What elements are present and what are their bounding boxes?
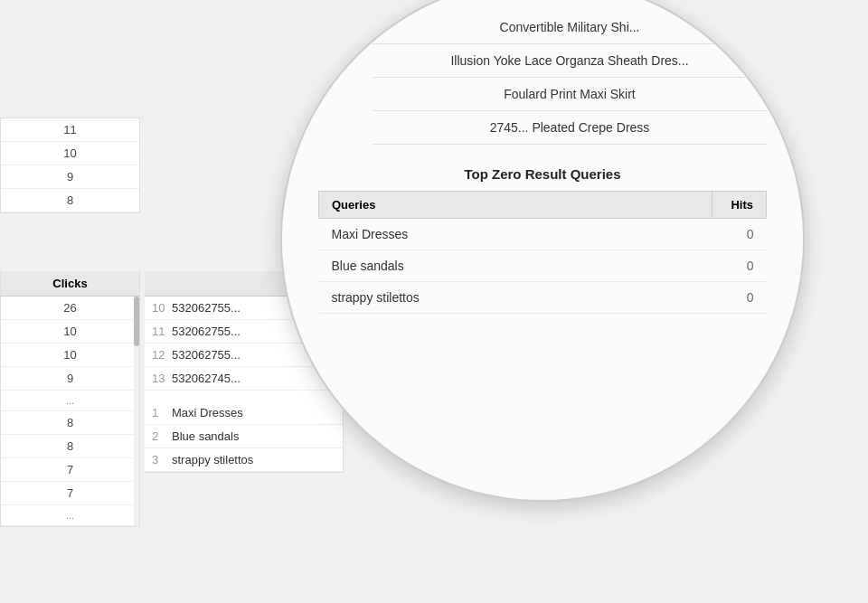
product-item: Illusion Yoke Lace Organza Sheath Dres..… (373, 44, 767, 78)
queries-header: Queries (319, 192, 712, 219)
bottom-list-row: 2 Blue sandals (145, 425, 343, 448)
scroll-thumb[interactable] (134, 297, 139, 346)
zero-result-row: strappy stilettos 0 (319, 282, 767, 314)
upper-num-row: 9 (1, 165, 139, 189)
zero-result-row: Blue sandals 0 (319, 250, 767, 282)
clicks-row: 10 (1, 320, 139, 344)
middle-row: 13 532062745... (145, 367, 343, 391)
hits-cell: 0 (712, 250, 767, 282)
query-cell: Maxi Dresses (319, 219, 712, 250)
clicks-panel: Clicks 26 10 10 9 ... 8 8 7 7 ... (0, 271, 140, 527)
clicks-row: 7 (1, 482, 139, 505)
query-cell: strappy stilettos (319, 282, 712, 314)
upper-numbers-panel: 11 10 9 8 (0, 118, 140, 213)
row-query: 532062755... (172, 348, 241, 362)
query-cell: Blue sandals (319, 250, 712, 282)
upper-num-row: 11 (1, 118, 139, 142)
product-item: 2745... Pleated Crepe Dress (373, 111, 767, 145)
product-item: Convertible Military Shi... (373, 11, 767, 44)
product-item: Foulard Print Maxi Skirt (373, 78, 767, 111)
hits-cell: 0 (712, 282, 767, 314)
row-query: 532062755... (172, 325, 241, 338)
scrollbar[interactable] (134, 297, 139, 526)
clicks-row: 7 (1, 458, 139, 482)
clicks-row: 26 (1, 297, 139, 320)
clicks-row: ... (1, 505, 139, 526)
zero-result-section: Top Zero Result Queries Queries Hits Max… (282, 145, 803, 323)
bottom-list-row: 1 Maxi Dresses (145, 401, 343, 425)
hits-header: Hits (712, 192, 767, 219)
upper-num-row: 10 (1, 142, 139, 165)
clicks-row: 10 (1, 344, 139, 367)
product-list: Convertible Military Shi... Illusion Yok… (282, 0, 803, 145)
zero-result-table: Queries Hits Maxi Dresses 0 Blue sandals… (318, 191, 767, 314)
clicks-row: 9 (1, 367, 139, 391)
row-num: 10 (152, 301, 172, 315)
row-num: 11 (152, 325, 172, 338)
hits-cell: 0 (712, 219, 767, 250)
clicks-row: 8 (1, 435, 139, 458)
row-query: 532062755... (172, 301, 241, 315)
row-num: 13 (152, 372, 172, 385)
row-query: 532062745... (172, 372, 241, 385)
zero-result-row: Maxi Dresses 0 (319, 219, 767, 250)
clicks-row: 8 (1, 411, 139, 435)
upper-num-row: 8 (1, 189, 139, 212)
clicks-row: ... (1, 391, 139, 411)
bottom-list-row: 3 strappy stilettos (145, 448, 343, 472)
magnify-circle: Convertible Military Shi... Illusion Yok… (280, 0, 805, 502)
clicks-header: Clicks (1, 271, 139, 297)
zero-result-title: Top Zero Result Queries (318, 154, 767, 191)
row-num: 12 (152, 348, 172, 362)
